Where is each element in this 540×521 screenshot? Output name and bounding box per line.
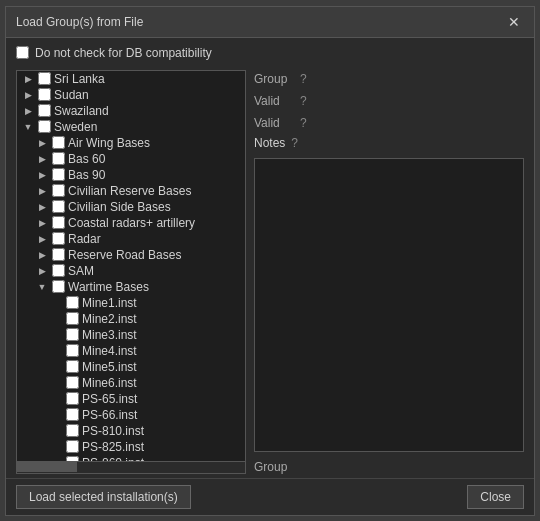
tree-item-mine3[interactable]: Mine3.inst (17, 327, 245, 343)
tree-item-ps-66[interactable]: PS-66.inst (17, 407, 245, 423)
valid-label-1: Valid (254, 94, 294, 108)
checkbox-mine1[interactable] (66, 296, 79, 309)
tree-item-mine5[interactable]: Mine5.inst (17, 359, 245, 375)
checkbox-sudan[interactable] (38, 88, 51, 101)
title-bar: Load Group(s) from File ✕ (6, 7, 534, 38)
expand-icon: ▶ (21, 88, 35, 102)
tree-item-ps-825[interactable]: PS-825.inst (17, 439, 245, 455)
tree-scroll[interactable]: ▶ Sri Lanka ▶ Sudan ▶ Swaziland (17, 71, 245, 461)
expand-icon (49, 408, 63, 422)
top-section: Do not check for DB compatibility (6, 38, 534, 70)
load-button[interactable]: Load selected installation(s) (16, 485, 191, 509)
checkbox-bas-60[interactable] (52, 152, 65, 165)
tree-item-sam[interactable]: ▶ SAM (17, 263, 245, 279)
tree-label: PS-65.inst (82, 392, 137, 406)
tree-item-mine2[interactable]: Mine2.inst (17, 311, 245, 327)
tree-label: Radar (68, 232, 101, 246)
checkbox-mine6[interactable] (66, 376, 79, 389)
tree-label: Sweden (54, 120, 97, 134)
checkbox-reserve-road-bases[interactable] (52, 248, 65, 261)
scroll-thumb[interactable] (17, 462, 77, 472)
tree-item-civilian-reserve-bases[interactable]: ▶ Civilian Reserve Bases (17, 183, 245, 199)
expand-icon: ▶ (35, 136, 49, 150)
tree-item-reserve-road-bases[interactable]: ▶ Reserve Road Bases (17, 247, 245, 263)
tree-label: SAM (68, 264, 94, 278)
tree-item-radar[interactable]: ▶ Radar (17, 231, 245, 247)
tree-label: Mine3.inst (82, 328, 137, 342)
tree-item-swaziland[interactable]: ▶ Swaziland (17, 103, 245, 119)
tree-label: PS-66.inst (82, 408, 137, 422)
tree-item-mine4[interactable]: Mine4.inst (17, 343, 245, 359)
checkbox-ps-65[interactable] (66, 392, 79, 405)
horizontal-scrollbar[interactable] (17, 461, 245, 473)
tree-label: Mine2.inst (82, 312, 137, 326)
expand-icon: ▶ (35, 264, 49, 278)
db-compatibility-label: Do not check for DB compatibility (35, 46, 212, 60)
checkbox-civilian-side-bases[interactable] (52, 200, 65, 213)
checkbox-bas-90[interactable] (52, 168, 65, 181)
tree-item-bas-90[interactable]: ▶ Bas 90 (17, 167, 245, 183)
checkbox-ps-810[interactable] (66, 424, 79, 437)
tree-item-ps-65[interactable]: PS-65.inst (17, 391, 245, 407)
expand-icon (49, 296, 63, 310)
tree-item-wartime-bases[interactable]: ▼ Wartime Bases (17, 279, 245, 295)
checkbox-sri-lanka[interactable] (38, 72, 51, 85)
tree-label: PS-825.inst (82, 440, 144, 454)
expand-icon (49, 392, 63, 406)
dialog-close-button[interactable]: ✕ (504, 13, 524, 31)
tree-label: Bas 60 (68, 152, 105, 166)
close-button[interactable]: Close (467, 485, 524, 509)
checkbox-radar[interactable] (52, 232, 65, 245)
tree-label: Reserve Road Bases (68, 248, 181, 262)
checkbox-swaziland[interactable] (38, 104, 51, 117)
checkbox-mine2[interactable] (66, 312, 79, 325)
tree-label: Mine5.inst (82, 360, 137, 374)
tree-label: Sri Lanka (54, 72, 105, 86)
tree-item-mine6[interactable]: Mine6.inst (17, 375, 245, 391)
tree-item-bas-60[interactable]: ▶ Bas 60 (17, 151, 245, 167)
checkbox-ps-825[interactable] (66, 440, 79, 453)
db-compatibility-checkbox[interactable] (16, 46, 29, 59)
bottom-bar: Load selected installation(s) Close (6, 478, 534, 515)
checkbox-civilian-reserve-bases[interactable] (52, 184, 65, 197)
checkbox-sam[interactable] (52, 264, 65, 277)
notes-question: ? (291, 136, 298, 150)
tree-item-sudan[interactable]: ▶ Sudan (17, 87, 245, 103)
dialog-title: Load Group(s) from File (16, 15, 143, 29)
tree-item-coastal-radars[interactable]: ▶ Coastal radars+ artillery (17, 215, 245, 231)
checkbox-air-wing-bases[interactable] (52, 136, 65, 149)
expand-icon: ▼ (35, 280, 49, 294)
tree-label: Swaziland (54, 104, 109, 118)
valid-question-1: ? (300, 94, 307, 108)
checkbox-mine4[interactable] (66, 344, 79, 357)
expand-icon (49, 360, 63, 374)
tree-label: Air Wing Bases (68, 136, 150, 150)
expand-icon: ▶ (35, 232, 49, 246)
checkbox-mine3[interactable] (66, 328, 79, 341)
expand-icon (49, 344, 63, 358)
expand-icon (49, 424, 63, 438)
tree-label: Civilian Reserve Bases (68, 184, 191, 198)
group-question: ? (300, 72, 307, 86)
dialog-body: Do not check for DB compatibility ▶ Sri … (6, 38, 534, 478)
group-row: Group ? (254, 70, 524, 88)
tree-label: PS-810.inst (82, 424, 144, 438)
tree-item-ps-810[interactable]: PS-810.inst (17, 423, 245, 439)
checkbox-coastal-radars[interactable] (52, 216, 65, 229)
db-compatibility-row: Do not check for DB compatibility (16, 46, 524, 60)
tree-item-civilian-side-bases[interactable]: ▶ Civilian Side Bases (17, 199, 245, 215)
tree-label: Wartime Bases (68, 280, 149, 294)
tree-item-sri-lanka[interactable]: ▶ Sri Lanka (17, 71, 245, 87)
checkbox-wartime-bases[interactable] (52, 280, 65, 293)
tree-label: Coastal radars+ artillery (68, 216, 195, 230)
tree-panel: ▶ Sri Lanka ▶ Sudan ▶ Swaziland (16, 70, 246, 474)
expand-icon (49, 328, 63, 342)
group-footer: Group (254, 456, 524, 474)
checkbox-sweden[interactable] (38, 120, 51, 133)
tree-item-sweden[interactable]: ▼ Sweden (17, 119, 245, 135)
expand-icon: ▶ (21, 104, 35, 118)
tree-item-mine1[interactable]: Mine1.inst (17, 295, 245, 311)
tree-item-air-wing-bases[interactable]: ▶ Air Wing Bases (17, 135, 245, 151)
checkbox-ps-66[interactable] (66, 408, 79, 421)
checkbox-mine5[interactable] (66, 360, 79, 373)
